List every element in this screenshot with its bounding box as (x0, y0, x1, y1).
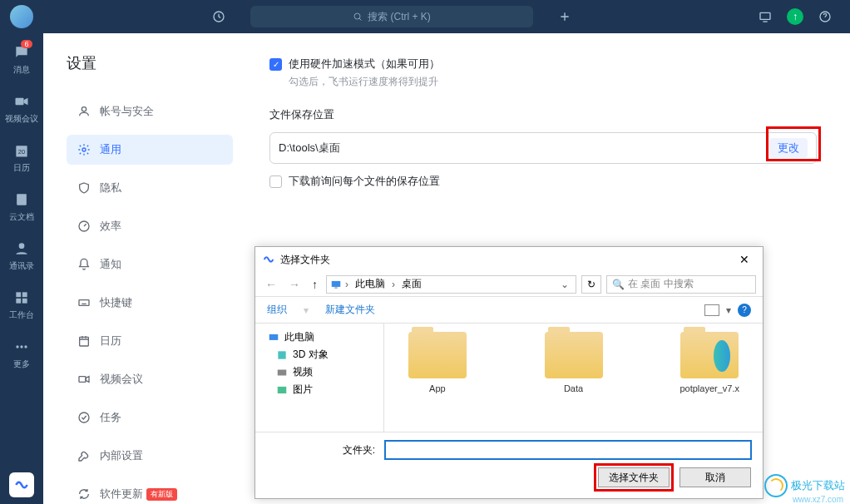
svg-rect-2 (760, 12, 770, 19)
svg-rect-10 (22, 292, 27, 297)
rail-label: 云文档 (9, 211, 34, 223)
hw-accel-row[interactable]: ✓ 使用硬件加速模式（如果可用） (269, 57, 817, 72)
breadcrumb[interactable]: › 此电脑 › 桌面 ⌄ (326, 275, 576, 294)
svg-point-22 (79, 413, 89, 422)
plus-icon[interactable] (553, 5, 576, 28)
screen-icon[interactable] (754, 5, 777, 28)
svg-rect-23 (332, 280, 341, 286)
rail-docs[interactable]: 云文档 (9, 190, 34, 223)
sidebar-item-account[interactable]: 帐号与安全 (67, 96, 233, 126)
sidebar-item-efficiency[interactable]: 效率 (67, 211, 233, 241)
upload-status[interactable]: ↑ (783, 5, 807, 28)
cancel-button[interactable]: 取消 (680, 467, 751, 487)
help-icon[interactable]: ? (738, 304, 751, 317)
dialog-toolbar: 组织 ▾ 新建文件夹 ▾ ? (255, 297, 763, 324)
folder-item[interactable]: potplayer_v7.x (666, 332, 753, 423)
dialog-body: 此电脑 3D 对象 视频 图片 App Data potplayer_v7.x (255, 324, 763, 432)
rail-more[interactable]: 更多 (12, 338, 31, 370)
svg-point-14 (20, 345, 22, 348)
svg-rect-7 (17, 194, 27, 205)
rail-messages[interactable]: 消息 6 (12, 43, 31, 76)
folder-item[interactable]: Data (531, 332, 617, 423)
help-icon[interactable] (813, 5, 837, 28)
close-icon[interactable]: ✕ (733, 253, 756, 266)
sidebar-item-calendar[interactable]: 日历 (67, 326, 233, 356)
search-placeholder: 在 桌面 中搜索 (628, 277, 694, 291)
sidebar-item-notify[interactable]: 通知 (67, 250, 233, 279)
refresh-icon[interactable]: ↻ (581, 275, 601, 294)
search-box[interactable]: 搜索 (Ctrl + K) (250, 6, 533, 27)
path-input[interactable] (279, 142, 769, 155)
svg-point-13 (16, 345, 18, 348)
wrench-icon (77, 448, 91, 463)
filename-input[interactable] (385, 441, 751, 459)
video-icon (77, 372, 91, 387)
path-row: 更改 (269, 132, 817, 164)
video-icon (12, 92, 31, 111)
avatar[interactable] (10, 5, 33, 28)
select-folder-button[interactable]: 选择文件夹 (598, 467, 670, 487)
sidebar-item-label: 任务 (100, 410, 121, 425)
svg-point-15 (24, 345, 27, 348)
sidebar-item-privacy[interactable]: 隐私 (67, 173, 233, 203)
sidebar-item-update[interactable]: 软件更新有新版 (67, 479, 233, 504)
rail-label: 更多 (13, 358, 30, 370)
sidebar-item-label: 日历 (100, 334, 121, 348)
svg-rect-26 (278, 351, 285, 358)
tree-3d[interactable]: 3D 对象 (259, 346, 380, 363)
filename-label: 文件夹: (267, 443, 375, 457)
back-icon[interactable]: ← (262, 278, 280, 291)
view-icon[interactable] (704, 304, 719, 316)
folder-dialog: 选择文件夹 ✕ ← → ↑ › 此电脑 › 桌面 ⌄ ↻ 🔍 在 桌面 中搜索 … (255, 246, 764, 499)
rail-workbench[interactable]: 工作台 (9, 289, 34, 321)
keyboard-icon (77, 295, 91, 310)
tree-video[interactable]: 视频 (259, 363, 380, 381)
checkbox-on[interactable]: ✓ (269, 58, 282, 71)
page-title: 设置 (67, 53, 236, 73)
crumb-pc[interactable]: 此电脑 (352, 277, 388, 291)
left-rail: 消息 6 视频会议 20 日历 云文档 通讯录 工作台 更多 (0, 33, 43, 504)
sidebar-item-internal[interactable]: 内部设置 (67, 441, 233, 471)
sidebar-item-videomeet[interactable]: 视频会议 (67, 364, 233, 394)
ask-each-row[interactable]: 下载前询问每个文件的保存位置 (269, 174, 817, 189)
folder-item[interactable]: App (394, 332, 481, 423)
hw-accel-desc: 勾选后，飞书运行速度将得到提升 (289, 75, 817, 89)
file-area[interactable]: App Data potplayer_v7.x (384, 324, 763, 432)
folder-tree: 此电脑 3D 对象 视频 图片 (255, 324, 384, 432)
calendar-icon (77, 334, 91, 348)
sidebar-item-general[interactable]: 通用 (67, 135, 233, 165)
history-icon[interactable] (207, 5, 230, 28)
dialog-search[interactable]: 🔍 在 桌面 中搜索 (606, 275, 756, 294)
rail-label: 视频会议 (5, 113, 38, 125)
tree-picture[interactable]: 图片 (259, 381, 380, 398)
rail-video[interactable]: 视频会议 (5, 92, 38, 125)
dialog-titlebar: 选择文件夹 ✕ (255, 247, 763, 272)
sidebar-item-tasks[interactable]: 任务 (67, 403, 233, 432)
newfolder-button[interactable]: 新建文件夹 (325, 303, 375, 317)
contacts-icon (12, 240, 31, 258)
crumb-desktop[interactable]: 桌面 (398, 277, 425, 291)
svg-rect-27 (278, 369, 287, 375)
forward-icon[interactable]: → (285, 278, 304, 291)
sidebar-item-shortcut[interactable]: 快捷键 (67, 288, 233, 318)
grid-icon (12, 289, 31, 307)
dialog-footer: 文件夹: 选择文件夹 取消 (255, 432, 763, 500)
svg-rect-24 (334, 287, 338, 288)
shield-icon (77, 180, 91, 195)
svg-rect-4 (16, 98, 24, 105)
svg-text:20: 20 (18, 148, 25, 156)
change-button[interactable]: 更改 (769, 138, 808, 158)
sidebar-item-label: 帐号与安全 (100, 104, 154, 119)
search-placeholder: 搜索 (Ctrl + K) (368, 10, 431, 24)
up-icon[interactable]: ↑ (309, 278, 321, 291)
organize-button[interactable]: 组织 (267, 303, 287, 317)
checkbox-off[interactable] (269, 175, 282, 188)
rail-contacts[interactable]: 通讯录 (9, 240, 34, 272)
app-logo[interactable] (9, 472, 34, 497)
sidebar-item-label: 内部设置 (100, 448, 143, 463)
chevron-down-icon[interactable]: ⌄ (557, 279, 572, 290)
bell-icon (77, 257, 91, 272)
sidebar-item-label: 视频会议 (100, 372, 143, 387)
rail-calendar[interactable]: 20 日历 (12, 141, 31, 174)
tree-pc[interactable]: 此电脑 (259, 329, 380, 346)
